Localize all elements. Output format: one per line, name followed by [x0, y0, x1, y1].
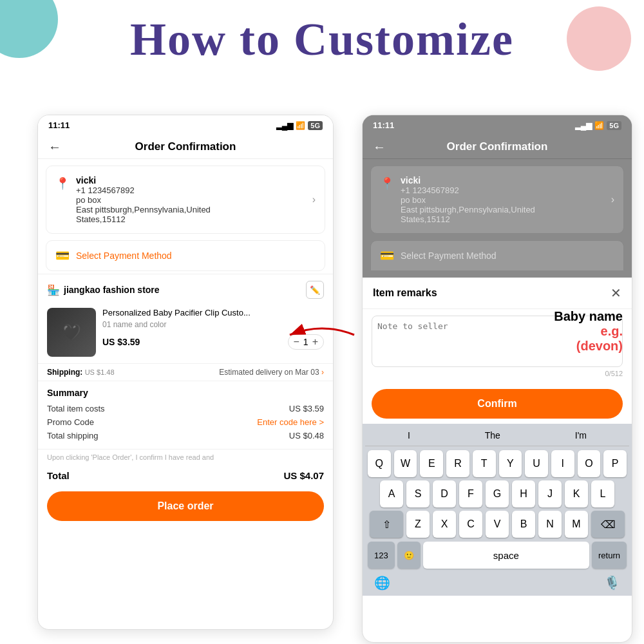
- left-nav-bar: ← Order Confirmation: [38, 135, 333, 159]
- left-payment-row[interactable]: 💳 Select Payment Method: [46, 240, 325, 271]
- summary-promo[interactable]: Promo Code Enter code here >: [47, 415, 324, 429]
- keyboard-row-2: A S D F G H J K L: [368, 480, 627, 507]
- suggestion-im[interactable]: I'm: [575, 430, 587, 440]
- key-q[interactable]: Q: [368, 450, 391, 477]
- right-back-button[interactable]: ←: [373, 140, 386, 155]
- key-numbers[interactable]: 123: [368, 542, 395, 569]
- product-price-row: US $3.59 − 1 +: [102, 334, 324, 350]
- remarks-header: Item remarks ✕: [363, 278, 632, 309]
- key-o[interactable]: O: [578, 450, 601, 477]
- key-b[interactable]: B: [512, 511, 535, 538]
- right-address-info: vicki +1 1234567892 po box East pittsbur…: [401, 175, 605, 224]
- keyboard-suggestions: I The I'm: [365, 428, 629, 446]
- keyboard-rows: Q W E R T Y U I O P A S D F G: [365, 450, 629, 538]
- left-back-button[interactable]: ←: [48, 140, 61, 155]
- product-details: Personalized Baby Pacifier Clip Custo...…: [102, 308, 324, 350]
- right-address-chevron[interactable]: ›: [611, 194, 614, 205]
- summary-item-costs: Total item costs US $3.59: [47, 402, 324, 415]
- left-disclaimer: Upon clicking 'Place Order', I confirm I…: [38, 449, 333, 465]
- left-status-icons: ▂▄▆ 📶 5G: [276, 121, 323, 130]
- key-n[interactable]: N: [538, 511, 562, 538]
- key-e[interactable]: E: [420, 450, 443, 477]
- place-order-button[interactable]: Place order: [47, 491, 324, 521]
- key-p[interactable]: P: [603, 450, 627, 477]
- key-y[interactable]: Y: [499, 450, 522, 477]
- right-payment-row[interactable]: 💳 Select Payment Method: [370, 240, 624, 271]
- right-address-line2: East pittsburgh,Pennsylvania,United: [401, 205, 605, 214]
- key-return[interactable]: return: [592, 542, 627, 569]
- right-payment-text: Select Payment Method: [401, 251, 497, 261]
- key-a[interactable]: A: [380, 480, 403, 507]
- baby-name-example: e.g. (devon): [554, 324, 623, 354]
- baby-name-title: Baby name: [554, 309, 623, 324]
- key-m[interactable]: M: [565, 511, 588, 538]
- right-status-icons: ▂▄▆ 📶 5G: [575, 121, 621, 130]
- key-delete[interactable]: ⌫: [591, 511, 625, 538]
- address-name: vicki: [76, 175, 306, 185]
- bg-decoration-teal: [0, 0, 58, 58]
- remarks-title: Item remarks: [373, 287, 437, 299]
- keyboard-row-3: ⇧ Z X C V B N M ⌫: [368, 511, 627, 538]
- address-line3: States,15112: [76, 214, 306, 224]
- right-wifi-icon: 📶: [594, 121, 604, 130]
- page-title: How to Customize: [130, 13, 514, 66]
- left-phone: 11:11 ▂▄▆ 📶 5G ← Order Confirmation 📍 vi…: [37, 115, 334, 630]
- key-z[interactable]: Z: [406, 511, 430, 538]
- globe-icon[interactable]: 🌐: [374, 575, 390, 591]
- item-costs-value: US $3.59: [289, 404, 324, 413]
- location-icon: 📍: [55, 176, 70, 191]
- suggestion-i[interactable]: I: [408, 430, 410, 440]
- delivery-link[interactable]: ›: [321, 368, 324, 377]
- wifi-icon: 📶: [296, 121, 305, 130]
- left-summary-section: Summary Total item costs US $3.59 Promo …: [38, 381, 333, 449]
- key-s[interactable]: S: [406, 480, 430, 507]
- key-f[interactable]: F: [459, 480, 482, 507]
- key-i[interactable]: I: [551, 450, 574, 477]
- key-v[interactable]: V: [486, 511, 509, 538]
- left-nav-title: Order Confirmation: [135, 140, 236, 153]
- key-space[interactable]: space: [423, 542, 589, 569]
- key-d[interactable]: D: [433, 480, 456, 507]
- suggestion-the[interactable]: The: [485, 430, 500, 440]
- key-x[interactable]: X: [433, 511, 456, 538]
- key-k[interactable]: K: [565, 480, 588, 507]
- key-r[interactable]: R: [446, 450, 469, 477]
- keyboard: I The I'm Q W E R T Y U I O P: [363, 424, 632, 596]
- mic-icon[interactable]: 🎙️: [604, 575, 620, 591]
- key-h[interactable]: H: [512, 480, 535, 507]
- total-shipping-value: US $0.48: [289, 431, 324, 440]
- left-address-card: 📍 vicki +1 1234567892 po box East pittsb…: [46, 166, 325, 234]
- key-shift[interactable]: ⇧: [370, 511, 403, 538]
- remarks-body: 0/512 Baby name e.g. (devon): [363, 309, 632, 384]
- shipping-label: Shipping:: [47, 368, 82, 377]
- key-c[interactable]: C: [459, 511, 482, 538]
- right-address-name: vicki: [401, 175, 605, 185]
- store-name: jiangkao fashion store: [64, 285, 160, 295]
- summary-shipping: Total shipping US $0.48: [47, 429, 324, 442]
- right-nav-title: Order Confirmation: [447, 140, 548, 153]
- key-u[interactable]: U: [525, 450, 548, 477]
- right-location-icon: 📍: [380, 176, 394, 191]
- product-image: 🖤: [47, 308, 96, 357]
- address-chevron[interactable]: ›: [312, 194, 316, 205]
- key-g[interactable]: G: [486, 480, 509, 507]
- edit-note-button[interactable]: ✏️: [306, 281, 324, 299]
- right-address-line3: States,15112: [401, 214, 605, 224]
- left-shipping-row: Shipping: US $1.48 Estimated delivery on…: [38, 363, 333, 381]
- item-costs-label: Total item costs: [47, 404, 105, 413]
- key-j[interactable]: J: [538, 480, 562, 507]
- key-l[interactable]: L: [591, 480, 614, 507]
- left-store-header: 🏪 jiangkao fashion store ✏️: [38, 274, 333, 305]
- promo-label: Promo Code: [47, 417, 94, 427]
- left-total-row: Total US $4.07: [38, 465, 333, 486]
- keyboard-bottom-row: 123 🙂 space return: [365, 538, 629, 571]
- key-w[interactable]: W: [394, 450, 417, 477]
- key-emoji[interactable]: 🙂: [397, 542, 421, 569]
- qty-decrease-button[interactable]: −: [294, 336, 299, 348]
- confirm-button[interactable]: Confirm: [372, 389, 623, 419]
- remarks-close-button[interactable]: ✕: [611, 285, 621, 301]
- signal-icon: ▂▄▆: [276, 121, 294, 130]
- key-t[interactable]: T: [473, 450, 496, 477]
- address-info: vicki +1 1234567892 po box East pittsbur…: [76, 175, 306, 224]
- qty-increase-button[interactable]: +: [312, 336, 318, 348]
